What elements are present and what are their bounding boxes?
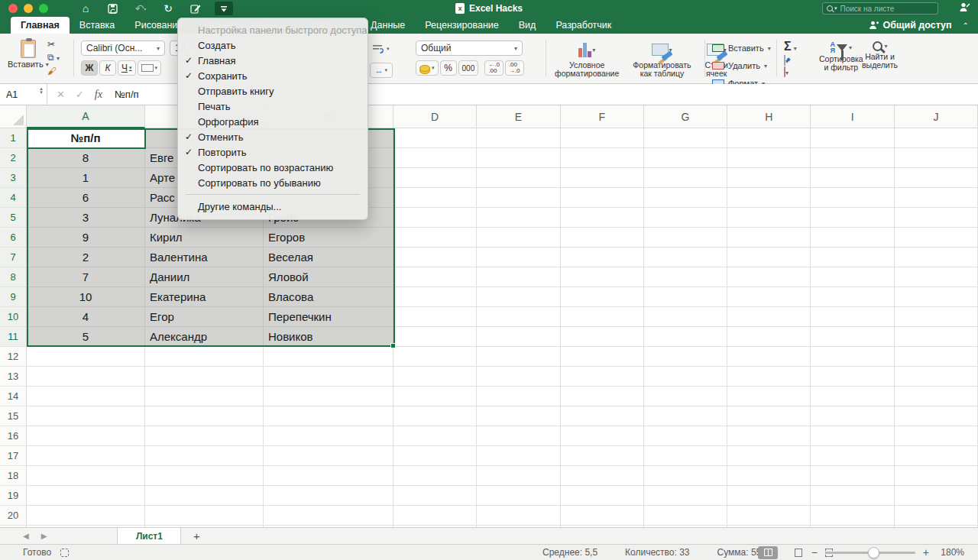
cell[interactable]: Валентина <box>145 248 264 267</box>
add-sheet-button[interactable]: + <box>181 528 212 544</box>
cell[interactable] <box>393 307 477 327</box>
zoom-slider-thumb[interactable] <box>868 547 879 558</box>
menu-item[interactable]: Отправить книгу <box>178 83 368 99</box>
column-header-I[interactable]: I <box>811 105 894 128</box>
cell[interactable] <box>561 446 644 466</box>
cell[interactable] <box>727 128 811 148</box>
column-header-A[interactable]: A <box>27 105 145 128</box>
cell[interactable] <box>27 446 145 466</box>
cell[interactable] <box>811 426 894 446</box>
normal-view-button[interactable] <box>758 546 778 559</box>
cell[interactable] <box>561 466 644 486</box>
cell[interactable] <box>895 446 978 466</box>
cell[interactable] <box>811 347 894 367</box>
cell[interactable] <box>145 347 264 367</box>
delete-cells-button[interactable]: Удалить▾ <box>712 59 771 73</box>
cell[interactable] <box>727 307 811 327</box>
cell[interactable] <box>811 327 894 347</box>
cell[interactable] <box>477 466 560 486</box>
number-format-select[interactable]: Общий▾ <box>416 40 523 56</box>
cell[interactable] <box>393 287 477 307</box>
cell[interactable]: Новиков <box>264 327 393 347</box>
cell[interactable] <box>811 506 894 526</box>
cell[interactable] <box>477 486 560 506</box>
collapse-ribbon-icon[interactable]: ⌃ <box>963 21 969 30</box>
minimize-window-icon[interactable] <box>24 4 33 13</box>
cell[interactable] <box>264 446 393 466</box>
cell[interactable] <box>561 426 644 446</box>
cell[interactable] <box>644 446 727 466</box>
cell[interactable] <box>561 327 644 347</box>
cell[interactable]: Яловой <box>264 267 393 287</box>
cell[interactable]: Власова <box>264 287 393 307</box>
cell[interactable] <box>393 248 477 267</box>
menu-item[interactable]: ✓Отменить <box>178 129 368 144</box>
cell[interactable]: 3 <box>27 208 145 228</box>
cell[interactable]: Екатерина <box>145 287 264 307</box>
cell[interactable] <box>811 446 894 466</box>
currency-button[interactable]: ▾ <box>416 60 439 76</box>
tab-Данные[interactable]: Данные <box>361 17 415 34</box>
row-header-12[interactable]: 12 <box>0 347 27 367</box>
row-header-15[interactable]: 15 <box>0 406 27 426</box>
cell[interactable] <box>811 466 894 486</box>
cell[interactable] <box>811 168 894 188</box>
home-icon[interactable]: ⌂ <box>77 2 94 15</box>
cell[interactable] <box>644 128 727 148</box>
row-header-14[interactable]: 14 <box>0 387 27 406</box>
cell[interactable] <box>727 506 811 526</box>
cell[interactable] <box>393 267 477 287</box>
percent-button[interactable]: % <box>440 60 457 76</box>
cell[interactable] <box>561 367 644 387</box>
cell[interactable] <box>393 327 477 347</box>
cell[interactable] <box>561 228 644 248</box>
cell[interactable] <box>561 267 644 287</box>
cell[interactable] <box>393 466 477 486</box>
cell[interactable] <box>561 506 644 526</box>
menu-item[interactable]: Орфография <box>178 114 368 129</box>
cell[interactable] <box>644 267 727 287</box>
menu-item[interactable]: Сортировать по возрастанию <box>178 160 368 175</box>
cell[interactable] <box>895 208 978 228</box>
cell[interactable] <box>477 367 560 387</box>
page-layout-view-button[interactable] <box>789 546 808 559</box>
cell[interactable] <box>561 287 644 307</box>
cell[interactable] <box>145 486 264 506</box>
row-header-20[interactable]: 20 <box>0 506 27 526</box>
cell[interactable] <box>811 148 894 168</box>
cell[interactable] <box>477 506 560 526</box>
cell[interactable] <box>264 367 393 387</box>
cell[interactable] <box>393 168 477 188</box>
cell[interactable] <box>393 426 477 446</box>
cell[interactable] <box>393 148 477 168</box>
column-header-F[interactable]: F <box>561 105 644 128</box>
cell[interactable]: 5 <box>27 327 145 347</box>
find-select-button[interactable]: ▾ Найти и выделить <box>862 41 898 70</box>
cell[interactable] <box>27 486 145 506</box>
cell[interactable] <box>644 228 727 248</box>
cell[interactable] <box>895 327 978 347</box>
cell[interactable]: 4 <box>27 307 145 327</box>
next-sheet-icon[interactable]: ▶ <box>41 532 47 540</box>
cell[interactable]: Егор <box>145 307 264 327</box>
cell[interactable] <box>727 347 811 367</box>
tab-Главная[interactable]: Главная <box>11 17 70 34</box>
cell[interactable] <box>727 148 811 168</box>
share-button[interactable]: Общий доступ <box>868 20 951 31</box>
cell[interactable] <box>264 506 393 526</box>
cell[interactable] <box>895 307 978 327</box>
cell[interactable] <box>477 426 560 446</box>
cell[interactable] <box>644 148 727 168</box>
cell[interactable]: Веселая <box>264 248 393 267</box>
cell[interactable] <box>477 287 560 307</box>
conditional-formatting-button[interactable]: ▾ Условное форматирование <box>555 40 619 78</box>
cell[interactable] <box>644 367 727 387</box>
cell[interactable] <box>644 486 727 506</box>
cell[interactable]: Егоров <box>264 228 393 248</box>
cell[interactable] <box>145 426 264 446</box>
cell[interactable] <box>264 387 393 406</box>
cell[interactable] <box>145 387 264 406</box>
paste-button[interactable]: Вставить▾ <box>8 40 49 69</box>
cell[interactable] <box>477 446 560 466</box>
row-header-10[interactable]: 10 <box>0 307 27 327</box>
